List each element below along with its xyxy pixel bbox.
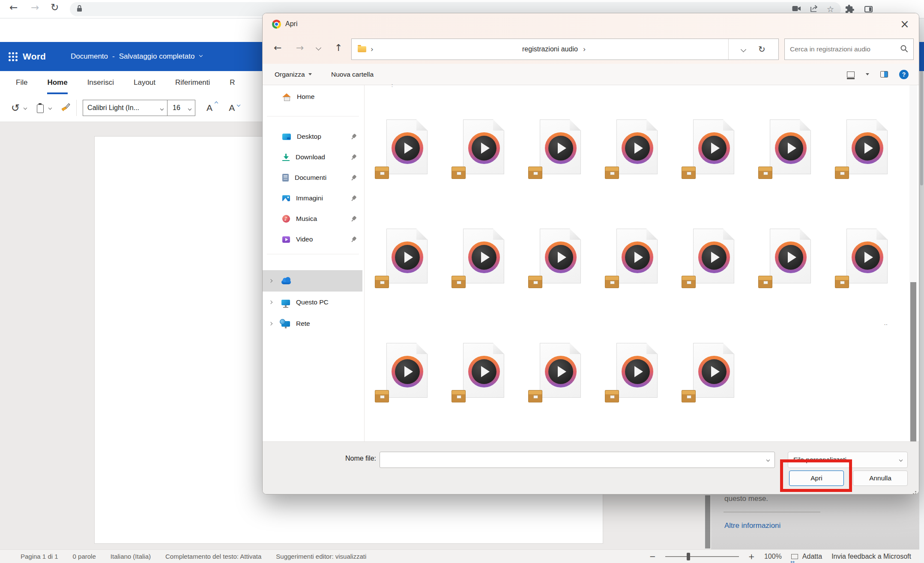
media-file-icon <box>770 119 811 174</box>
pin-icon <box>349 153 358 161</box>
grow-font-button[interactable]: A <box>206 103 212 113</box>
view-mode-caret-icon[interactable] <box>866 73 869 75</box>
status-item[interactable]: Completamento del testo: Attivata <box>165 553 261 560</box>
organize-menu[interactable]: Organizza <box>275 64 312 85</box>
dialog-command-bar: Organizza Nuova cartella ? <box>263 64 919 85</box>
filename-chevron-icon[interactable] <box>766 458 770 462</box>
sidebar-item-home[interactable]: Home <box>263 89 362 104</box>
font-name-chevron-icon[interactable] <box>157 104 167 112</box>
font-size-chevron-icon[interactable] <box>185 104 195 112</box>
sidebar-item-label: Musica <box>296 215 317 223</box>
status-item[interactable]: Pagina 1 di 1 <box>21 553 58 560</box>
sidebar-item-desktop[interactable]: Desktop <box>263 126 362 147</box>
undo-chevron-icon[interactable] <box>24 106 27 110</box>
app-launcher-icon[interactable] <box>9 52 11 54</box>
browser-reload-icon[interactable]: ↻ <box>51 2 59 13</box>
status-item[interactable]: Suggerimenti editor: visualizzati <box>276 553 366 560</box>
sidebar-item-questo-pc[interactable]: Questo PC <box>263 292 362 313</box>
tab-file[interactable]: File <box>16 71 27 94</box>
zoom-level[interactable]: 100% <box>764 553 782 560</box>
sidebar-item-download[interactable]: Download <box>263 147 362 167</box>
status-item[interactable]: Italiano (Italia) <box>111 553 151 560</box>
save-status[interactable]: Salvataggio completato <box>119 52 195 61</box>
tab-home[interactable]: Home <box>47 71 67 94</box>
package-overlay-icon <box>452 276 466 288</box>
preview-pane-icon[interactable] <box>880 71 888 77</box>
tab-riferimenti[interactable]: Riferimenti <box>175 71 210 94</box>
filename-input[interactable] <box>385 456 767 464</box>
undo-icon[interactable]: ↺ <box>11 103 20 113</box>
browser-scrollbar[interactable] <box>919 18 924 563</box>
word-status-bar: Pagina 1 di 10 paroleItaliano (Italia)Co… <box>0 549 924 563</box>
bookmark-star-icon[interactable]: ☆ <box>827 5 834 13</box>
zoom-in-button[interactable]: + <box>748 552 755 561</box>
browser-scrollbar-thumb[interactable] <box>920 70 923 185</box>
sidebar-item-onedrive[interactable] <box>263 270 362 292</box>
package-overlay-icon <box>758 167 772 179</box>
view-mode-icon[interactable] <box>847 71 855 77</box>
file-item[interactable] <box>846 229 919 297</box>
address-dropdown-icon[interactable] <box>741 47 746 52</box>
sidebar-item-musica[interactable]: Musica <box>263 209 362 229</box>
expand-chevron-icon[interactable] <box>269 279 272 283</box>
play-icon <box>545 241 577 273</box>
file-item[interactable] <box>693 343 770 411</box>
feedback-link[interactable]: Invia feedback a Microsoft <box>831 553 911 560</box>
font-size-select[interactable]: 16 <box>167 104 185 112</box>
sidebar-item-label: Immagini <box>296 194 323 202</box>
sidebar-item-video[interactable]: Video <box>263 229 362 250</box>
pin-icon <box>349 214 358 223</box>
search-input[interactable] <box>790 45 900 53</box>
package-overlay-icon <box>528 167 542 179</box>
new-folder-button[interactable]: Nuova cartella <box>331 64 374 85</box>
nav-back-icon[interactable]: ← <box>274 43 281 53</box>
breadcrumb-bar[interactable]: › registrazioni audio › ↻ <box>351 39 779 60</box>
resize-grip[interactable] <box>915 491 916 492</box>
expand-chevron-icon[interactable] <box>269 301 272 304</box>
sidebar-item-immagini[interactable]: Immagini <box>263 188 362 209</box>
package-overlay-icon <box>682 390 696 402</box>
cancel-button[interactable]: Annulla <box>853 471 908 486</box>
sidebar-item-rete[interactable]: Rete <box>263 313 362 334</box>
open-file-dialog: Apri × ← → ↑ › registrazioni audio › ↻ <box>262 13 919 494</box>
package-overlay-icon <box>605 390 619 402</box>
camera-icon[interactable] <box>792 6 801 13</box>
browser-forward-icon[interactable]: → <box>31 2 39 13</box>
zoom-slider-thumb[interactable] <box>687 553 690 560</box>
refresh-icon[interactable]: ↻ <box>758 44 766 54</box>
chevron-down-icon[interactable] <box>199 54 203 57</box>
fit-button[interactable]: Adatta <box>802 553 822 560</box>
paste-chevron-icon[interactable] <box>48 106 52 110</box>
expand-chevron-icon[interactable] <box>269 322 272 325</box>
file-list-scrollbar[interactable] <box>909 85 917 441</box>
media-file-icon <box>846 229 888 283</box>
lock-icon <box>77 5 82 14</box>
document-title[interactable]: Documento <box>71 52 108 61</box>
zoom-out-button[interactable]: − <box>649 552 656 561</box>
package-overlay-icon <box>452 167 466 179</box>
dialog-close-button[interactable]: × <box>897 17 912 31</box>
tab-r[interactable]: R <box>230 71 235 94</box>
media-file-icon <box>386 119 428 174</box>
status-item[interactable]: 0 parole <box>73 553 96 560</box>
more-info-link[interactable]: Altre informazioni <box>724 521 780 530</box>
file-item[interactable] <box>846 119 919 188</box>
tab-layout[interactable]: Layout <box>134 71 155 94</box>
browser-back-icon[interactable]: ← <box>9 2 18 13</box>
paste-icon[interactable] <box>37 104 44 113</box>
breadcrumb-folder[interactable]: registrazioni audio <box>522 45 578 53</box>
nav-forward-icon[interactable]: → <box>296 43 304 53</box>
zoom-slider[interactable] <box>665 556 739 557</box>
sidebar-item-documenti[interactable]: Documenti <box>263 167 362 188</box>
play-icon <box>622 241 653 273</box>
help-button[interactable]: ? <box>899 70 909 79</box>
font-name-select[interactable]: Calibri Light (In... <box>83 104 157 112</box>
nav-history-chevron-icon[interactable] <box>316 45 321 51</box>
nav-up-icon[interactable]: ↑ <box>335 43 342 53</box>
media-file-icon <box>693 343 734 398</box>
side-panel-scrollbar[interactable] <box>704 494 711 549</box>
shrink-font-button[interactable]: A <box>229 103 235 113</box>
play-icon <box>545 132 577 164</box>
tab-inserisci[interactable]: Inserisci <box>87 71 114 94</box>
format-painter-icon[interactable] <box>60 103 70 113</box>
